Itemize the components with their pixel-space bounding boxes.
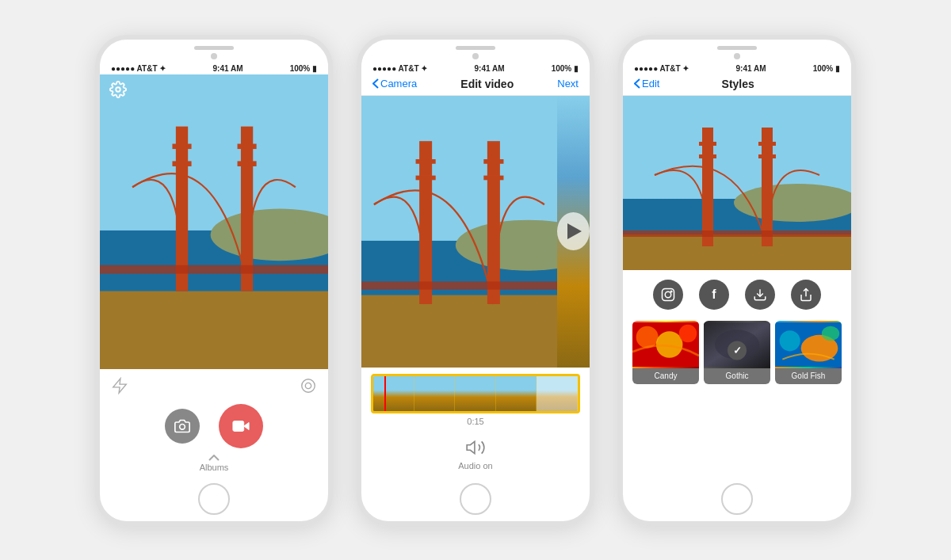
svg-marker-30	[467, 441, 475, 453]
svg-rect-18	[233, 421, 244, 431]
nav-title-3: Styles	[722, 78, 754, 90]
chevron-up-icon	[208, 455, 220, 461]
styles-viewfinder	[623, 96, 851, 270]
svg-rect-26	[416, 175, 436, 180]
style-label-candy: Candy	[632, 368, 699, 384]
time-2: 9:41 AM	[474, 64, 504, 73]
gg-bridge-2	[361, 96, 557, 368]
download-icon	[753, 288, 767, 302]
svg-rect-7	[172, 161, 191, 166]
flash-icon[interactable]	[111, 377, 128, 394]
nav-bar-3: Edit Styles	[623, 74, 851, 96]
timeline-frame-2	[414, 376, 456, 411]
facebook-button[interactable]: f	[699, 280, 729, 310]
timeline-frame-3	[455, 376, 496, 411]
home-button-3[interactable]	[721, 483, 753, 515]
time-3: 9:41 AM	[735, 64, 766, 73]
share-button[interactable]	[791, 280, 821, 310]
front-camera	[211, 53, 217, 59]
gear-icon[interactable]	[109, 81, 127, 98]
battery-2: 100% ▮	[552, 64, 579, 73]
style-item-candy[interactable]: Candy	[632, 321, 699, 384]
svg-rect-37	[699, 142, 716, 146]
front-camera-2	[472, 53, 479, 59]
back-button-2[interactable]: Camera	[372, 78, 417, 90]
play-button[interactable]	[557, 212, 590, 250]
style-thumb-goldfish	[775, 321, 842, 368]
photo-button[interactable]	[165, 409, 200, 444]
camera-viewfinder	[100, 74, 328, 369]
audio-control[interactable]: Audio on	[361, 429, 590, 478]
timeline-strip[interactable]	[371, 374, 580, 413]
camera-roll-icon[interactable]	[300, 377, 317, 394]
style-label-gothic: Gothic	[704, 368, 770, 384]
audio-label: Audio on	[458, 461, 492, 470]
svg-rect-27	[483, 159, 503, 164]
chevron-left-icon-2	[372, 78, 379, 89]
camera-mode-icons	[111, 377, 317, 394]
style-item-gothic[interactable]: ✓ Gothic	[704, 321, 770, 384]
video-button[interactable]	[219, 404, 263, 448]
share-icon	[799, 288, 813, 302]
home-button-2[interactable]	[460, 483, 491, 515]
camera-controls	[111, 404, 317, 448]
battery-1: 100% ▮	[290, 64, 317, 73]
time-1: 9:41 AM	[212, 64, 243, 73]
back-button-3[interactable]: Edit	[634, 78, 659, 90]
status-bar-3: ●●●●● AT&T ✦ 9:41 AM 100% ▮	[623, 63, 851, 74]
styles-grid: Candy	[623, 316, 851, 389]
svg-rect-29	[361, 281, 557, 289]
download-button[interactable]	[745, 280, 775, 310]
svg-rect-6	[172, 143, 191, 149]
phone-speaker-2	[456, 46, 495, 50]
goldfish-preview	[775, 321, 842, 368]
signal-2: ●●●●● AT&T ✦	[372, 64, 427, 73]
svg-rect-25	[416, 159, 436, 164]
audio-icon	[465, 437, 486, 458]
gg-bridge-3	[623, 96, 851, 270]
selected-indicator: ✓	[728, 341, 747, 360]
svg-marker-12	[113, 378, 127, 392]
svg-point-13	[305, 383, 311, 388]
svg-point-16	[180, 424, 185, 429]
svg-point-57	[822, 326, 839, 341]
timeline-area: 0:15	[361, 368, 590, 429]
gg-bridge-1	[100, 74, 328, 369]
candy-preview	[632, 321, 699, 368]
signal-3: ●●●●● AT&T ✦	[634, 64, 689, 73]
next-button[interactable]: Next	[557, 78, 579, 90]
facebook-icon: f	[712, 288, 716, 302]
share-icons-row: f	[623, 270, 851, 316]
phone-styles: ●●●●● AT&T ✦ 9:41 AM 100% ▮ Edit Styles	[618, 35, 856, 526]
style-item-goldfish[interactable]: Gold Fish	[775, 321, 842, 384]
instagram-button[interactable]	[653, 280, 683, 310]
battery-3: 100% ▮	[813, 64, 840, 73]
timeline-frame-1	[373, 376, 414, 411]
svg-rect-9	[238, 161, 257, 166]
status-bar-1: ●●●●● AT&T ✦ 9:41 AM 100% ▮	[100, 63, 328, 74]
svg-rect-40	[758, 154, 776, 158]
home-button-1[interactable]	[198, 483, 230, 515]
style-thumb-candy	[632, 321, 699, 368]
svg-point-56	[780, 330, 800, 351]
camera-content: Albums	[100, 74, 328, 478]
svg-point-44	[670, 291, 672, 292]
nav-title-2: Edit video	[460, 78, 514, 90]
phone-edit-video: ●●●●● AT&T ✦ 9:41 AM 100% ▮ Camera Edit …	[357, 35, 594, 526]
svg-rect-28	[483, 175, 503, 180]
svg-point-14	[302, 379, 315, 392]
svg-rect-39	[758, 142, 776, 146]
chevron-left-icon-3	[634, 78, 640, 89]
phone-speaker-3	[717, 46, 757, 50]
svg-point-43	[665, 291, 671, 298]
svg-point-11	[116, 87, 120, 92]
edit-video-content: 0:15 Audio on	[361, 96, 590, 478]
svg-marker-17	[244, 422, 249, 429]
albums-label[interactable]: Albums	[111, 455, 317, 472]
timeline-playhead	[384, 375, 386, 413]
style-label-goldfish: Gold Fish	[775, 368, 842, 384]
svg-rect-38	[699, 154, 716, 158]
checkmark-icon: ✓	[733, 345, 742, 356]
svg-rect-8	[238, 143, 257, 149]
svg-point-50	[679, 324, 697, 341]
